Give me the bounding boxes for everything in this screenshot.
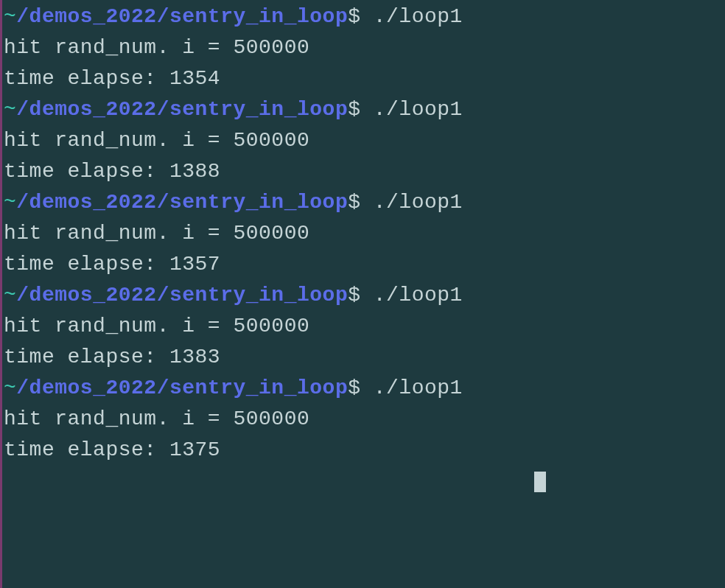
- prompt-path: /demos_2022/sentry_in_loop: [16, 377, 348, 399]
- prompt-tilde: ~: [4, 98, 16, 121]
- prompt-dollar: $: [348, 98, 374, 121]
- prompt-dollar: $: [348, 377, 374, 399]
- output-line: time elapse: 1357: [4, 249, 725, 280]
- command-text: ./loop1: [374, 377, 463, 399]
- output-line: hit rand_num. i = 500000: [4, 218, 725, 249]
- prompt-line: ~/demos_2022/sentry_in_loop$ ./loop1: [4, 1, 725, 32]
- output-line: time elapse: 1354: [4, 63, 725, 94]
- prompt-dollar: $: [348, 191, 374, 214]
- cursor-line: [4, 466, 725, 497]
- command-text: ./loop1: [374, 191, 463, 214]
- output-line: hit rand_num. i = 500000: [4, 125, 725, 156]
- command-text: ./loop1: [374, 5, 463, 28]
- prompt-dollar: $: [348, 5, 374, 28]
- prompt-path: /demos_2022/sentry_in_loop: [16, 191, 348, 214]
- prompt-dollar: $: [348, 284, 374, 307]
- prompt-line: ~/demos_2022/sentry_in_loop$ ./loop1: [4, 94, 725, 125]
- output-line: time elapse: 1388: [4, 156, 725, 187]
- prompt-tilde: ~: [4, 377, 16, 399]
- prompt-path: /demos_2022/sentry_in_loop: [16, 284, 348, 307]
- output-line: hit rand_num. i = 500000: [4, 404, 725, 435]
- prompt-line: ~/demos_2022/sentry_in_loop$ ./loop1: [4, 280, 725, 311]
- command-text: ./loop1: [374, 98, 463, 121]
- prompt-path: /demos_2022/sentry_in_loop: [16, 5, 348, 28]
- prompt-tilde: ~: [4, 191, 16, 214]
- prompt-tilde: ~: [4, 5, 16, 28]
- cursor-icon: [534, 472, 546, 492]
- output-line: hit rand_num. i = 500000: [4, 311, 725, 342]
- prompt-line: ~/demos_2022/sentry_in_loop$ ./loop1: [4, 373, 725, 404]
- output-line: hit rand_num. i = 500000: [4, 32, 725, 63]
- output-line: time elapse: 1375: [4, 435, 725, 466]
- output-line: time elapse: 1383: [4, 342, 725, 373]
- command-text: ./loop1: [374, 284, 463, 307]
- prompt-line: ~/demos_2022/sentry_in_loop$ ./loop1: [4, 187, 725, 218]
- terminal-output[interactable]: ~/demos_2022/sentry_in_loop$ ./loop1 hit…: [4, 0, 725, 497]
- prompt-path: /demos_2022/sentry_in_loop: [16, 98, 348, 121]
- prompt-tilde: ~: [4, 284, 16, 307]
